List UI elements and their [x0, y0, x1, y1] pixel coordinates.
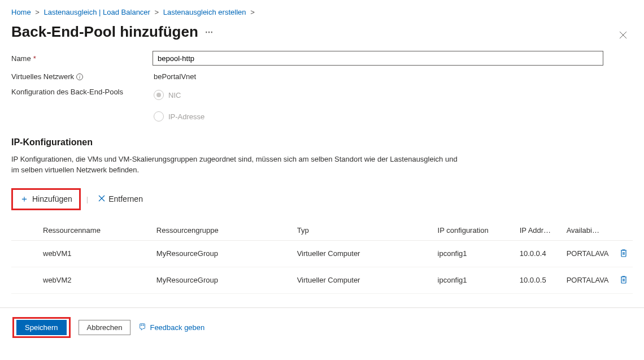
ipconfig-table: Ressourcenname Ressourcengruppe Typ IP c…	[11, 220, 633, 294]
breadcrumb-home[interactable]: Home	[11, 8, 31, 16]
remove-button-label: Entfernen	[108, 194, 143, 203]
breadcrumb: Home > Lastenausgleich | Load Balancer >…	[11, 6, 633, 21]
breadcrumb-sep: >	[33, 8, 42, 16]
radio-ip-label: IP-Adresse	[168, 112, 204, 121]
cell-resource: webVM2	[11, 267, 152, 293]
cell-type: Virtueller Computer	[293, 267, 433, 293]
breadcrumb-lb[interactable]: Lastenausgleich | Load Balancer	[44, 8, 150, 16]
add-button[interactable]: ＋ Hinzufügen	[15, 191, 77, 207]
th-resource[interactable]: Ressourcenname	[11, 220, 152, 241]
table-row[interactable]: webVM2MyResourceGroupVirtueller Computer…	[11, 267, 633, 293]
info-icon[interactable]: i	[76, 73, 83, 80]
footer: Speichern Abbrechen Feedback geben	[0, 307, 644, 349]
cell-ipaddr: 10.0.0.5	[515, 267, 562, 293]
page-title-text: Back-End-Pool hinzufügen	[11, 23, 198, 41]
ipconfig-description: IP Konfigurationen, die VMs und VM-Skali…	[11, 154, 463, 176]
ipconfig-toolbar: ＋ Hinzufügen | Entfernen	[11, 188, 633, 210]
remove-button[interactable]: Entfernen	[94, 192, 147, 206]
toolbar-separator: |	[86, 195, 88, 203]
breadcrumb-sep: >	[248, 8, 257, 16]
plus-icon: ＋	[20, 193, 29, 205]
feedback-label: Feedback geben	[150, 323, 204, 332]
cell-avail: PORTALAVA	[562, 240, 615, 267]
th-type[interactable]: Typ	[293, 220, 433, 241]
cell-ipconfig: ipconfig1	[433, 267, 515, 293]
cell-ipaddr: 10.0.0.4	[515, 240, 562, 267]
cell-resource: webVM1	[11, 240, 152, 267]
radio-nic[interactable]: NIC	[154, 90, 204, 100]
more-icon[interactable]: ⋯	[205, 28, 214, 37]
table-row[interactable]: webVM1MyResourceGroupVirtueller Computer…	[11, 240, 633, 267]
name-input[interactable]	[153, 51, 603, 66]
name-label: Name*	[11, 54, 153, 63]
breadcrumb-create[interactable]: Lastenausgleich erstellen	[163, 8, 246, 16]
th-avail[interactable]: Availabi…	[562, 220, 615, 241]
cell-avail: PORTALAVA	[562, 267, 615, 293]
radio-icon	[154, 90, 164, 100]
radio-icon	[154, 111, 164, 122]
ipconfig-section-title: IP-Konfigurationen	[11, 137, 633, 148]
cell-rg: MyResourceGroup	[152, 267, 293, 293]
radio-nic-label: NIC	[168, 91, 181, 99]
feedback-link[interactable]: Feedback geben	[138, 323, 204, 332]
cancel-button[interactable]: Abbrechen	[79, 320, 131, 335]
close-icon	[98, 194, 105, 203]
config-label: Konfiguration des Back-End-Pools	[11, 88, 153, 96]
cell-ipconfig: ipconfig1	[433, 240, 515, 267]
close-icon[interactable]	[617, 29, 629, 44]
vnet-label: Virtuelles Netzwerk i	[11, 72, 153, 81]
add-button-label: Hinzufügen	[32, 194, 72, 203]
th-rg[interactable]: Ressourcengruppe	[152, 220, 293, 241]
breadcrumb-sep: >	[153, 8, 162, 16]
th-ipconfig[interactable]: IP configuration	[433, 220, 515, 241]
page-title: Back-End-Pool hinzufügen ⋯	[11, 23, 214, 41]
cell-type: Virtueller Computer	[293, 240, 433, 267]
radio-ip[interactable]: IP-Adresse	[154, 111, 204, 122]
feedback-icon	[138, 323, 146, 332]
save-button[interactable]: Speichern	[16, 320, 67, 335]
backend-config-radio-group: NIC IP-Adresse	[153, 88, 204, 127]
th-ipaddr[interactable]: IP Addr…	[515, 220, 562, 241]
delete-icon[interactable]	[620, 276, 628, 285]
vnet-value: bePortalVnet	[153, 72, 196, 81]
cell-rg: MyResourceGroup	[152, 240, 293, 267]
delete-icon[interactable]	[620, 249, 628, 259]
